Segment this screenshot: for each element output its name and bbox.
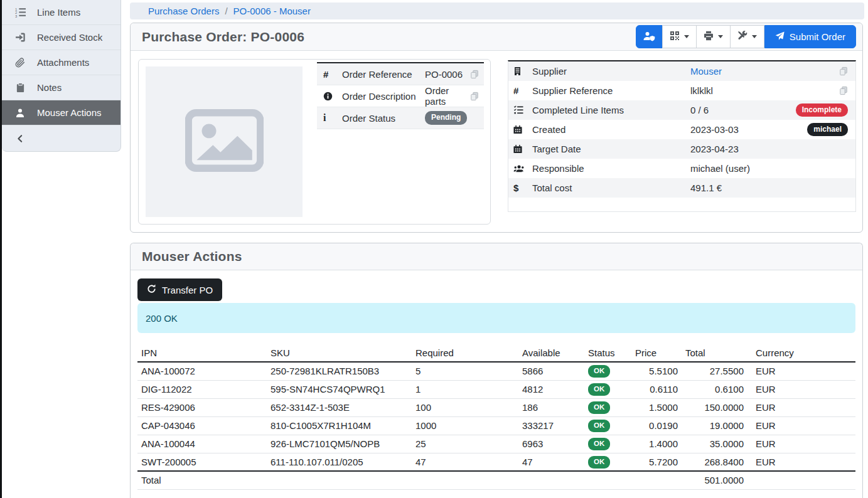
sidebar-item-line-items[interactable]: 123 Line Items <box>2 0 121 25</box>
dollar-icon: $ <box>513 183 532 193</box>
submit-order-button[interactable]: Submit Order <box>764 25 856 48</box>
table-row: ANA-100072 250-72981KLRATR150B3 5 5866 O… <box>137 362 855 380</box>
rotate-icon <box>147 284 156 295</box>
supplier-link[interactable]: Mouser <box>690 66 722 77</box>
line-items-table: IPN SKU Required Available Status Price … <box>137 344 855 490</box>
detail-label: Created <box>532 124 690 135</box>
breadcrumb-link-current-order[interactable]: PO-0006 - Mouser <box>233 6 311 16</box>
cell-currency: EUR <box>747 398 855 416</box>
total-value: 501.0000 <box>682 471 747 489</box>
cell-total: 150.0000 <box>682 398 747 416</box>
mouser-actions-panel: Mouser Actions Transfer PO 200 OK IP <box>130 243 863 498</box>
sidebar: 123 Line Items Received Stock Attachment… <box>2 0 121 152</box>
building-icon <box>513 66 532 76</box>
detail-label: Total cost <box>532 183 690 193</box>
tools-icon <box>737 31 747 43</box>
cell-ipn: DIG-112022 <box>137 380 267 398</box>
sidebar-item-label: Line Items <box>37 7 80 18</box>
cell-sku: 595-SN74HCS74QPWRQ1 <box>267 380 412 398</box>
user-permissions-button[interactable] <box>636 25 663 48</box>
cell-sku: 926-LMC7101QM5/NOPB <box>267 435 412 453</box>
detail-label: Target Date <box>532 144 690 154</box>
mouser-actions-panel-body: Transfer PO 200 OK IPN SKU Required Avai… <box>131 270 862 490</box>
detail-value: 491.1 € <box>690 183 848 193</box>
ok-badge: OK <box>588 365 610 378</box>
svg-text:3: 3 <box>15 14 18 18</box>
table-row: Completed Line Items 0 / 6 Incomplete <box>508 100 855 120</box>
barcode-actions-button[interactable] <box>662 25 697 48</box>
table-row: Responsible michael (user) <box>508 159 855 178</box>
detail-label: Completed Line Items <box>532 105 690 115</box>
ok-badge: OK <box>588 401 610 414</box>
list-check-icon <box>513 105 532 115</box>
copy-icon[interactable] <box>839 86 848 95</box>
table-total-row: Total 501.0000 <box>137 471 855 489</box>
cell-status: OK <box>584 416 631 435</box>
table-row: SWT-200005 611-110.107.011/0205 47 47 OK… <box>137 453 855 471</box>
cell-currency: EUR <box>747 380 855 398</box>
col-header-status: Status <box>584 344 631 362</box>
sidebar-item-received-stock[interactable]: Received Stock <box>2 25 121 50</box>
cell-currency: EUR <box>747 435 855 453</box>
purchase-order-panel-header: Purchase Order: PO-0006 <box>131 23 862 51</box>
cell-required: 47 <box>412 453 518 471</box>
status-alert: 200 OK <box>137 303 855 333</box>
copy-icon[interactable] <box>839 66 848 76</box>
page-title: Purchase Order: PO-0006 <box>142 29 304 45</box>
chevron-left-icon <box>14 134 26 143</box>
print-actions-button[interactable] <box>696 25 731 48</box>
cell-sku: 611-110.107.011/0205 <box>267 453 412 471</box>
transfer-po-button[interactable]: Transfer PO <box>137 278 222 301</box>
cell-available: 5866 <box>518 362 584 380</box>
table-row: Created 2023-03-03 michael <box>508 120 855 139</box>
cell-ipn: RES-429006 <box>137 398 267 416</box>
table-row: $ Total cost 491.1 € <box>508 178 855 198</box>
image-placeholder-icon <box>185 109 264 174</box>
list-ol-icon: 123 <box>14 7 26 18</box>
ok-badge: OK <box>588 456 610 469</box>
paperclip-icon <box>14 58 26 68</box>
total-label: Total <box>137 471 267 489</box>
sidebar-item-attachments[interactable]: Attachments <box>2 50 121 75</box>
detail-label: Responsible <box>532 163 690 174</box>
sidebar-item-mouser-actions[interactable]: Mouser Actions <box>2 100 121 125</box>
cell-currency: EUR <box>747 362 855 380</box>
table-row: DIG-112022 595-SN74HCS74QPWRQ1 1 4812 OK… <box>137 380 855 398</box>
copy-icon[interactable] <box>470 70 479 79</box>
cell-price: 5.7200 <box>631 453 682 471</box>
cell-total: 35.0000 <box>682 435 747 453</box>
sidebar-collapse-button[interactable] <box>2 125 121 151</box>
chevron-down-icon <box>684 35 689 38</box>
detail-value: PO-0006 <box>425 69 470 80</box>
transfer-po-label: Transfer PO <box>162 285 213 295</box>
breadcrumb-link-purchase-orders[interactable]: Purchase Orders <box>148 6 219 16</box>
cell-sku: 652-3314Z-1-503E <box>267 398 412 416</box>
cell-required: 5 <box>412 362 518 380</box>
table-row: ANA-100044 926-LMC7101QM5/NOPB 25 6963 O… <box>137 435 855 453</box>
hash-icon: # <box>513 86 532 95</box>
copy-icon[interactable] <box>470 92 479 101</box>
cell-status: OK <box>584 435 631 453</box>
qrcode-icon <box>670 31 680 43</box>
table-row: CAP-043046 810-C1005X7R1H104M 1000 33321… <box>137 416 855 435</box>
order-tools-button[interactable] <box>730 25 764 48</box>
table-row: # Supplier Reference lklklkl <box>508 81 855 100</box>
cell-required: 100 <box>412 398 518 416</box>
order-image-placeholder[interactable] <box>146 66 303 217</box>
col-header-sku: SKU <box>267 344 412 362</box>
cell-currency: EUR <box>747 416 855 435</box>
status-badge: Pending <box>425 111 467 124</box>
detail-label: Order Reference <box>342 69 425 80</box>
incomplete-badge: Incomplete <box>796 103 848 117</box>
order-status-cell: Pending <box>425 111 479 124</box>
ok-badge: OK <box>588 383 610 396</box>
cell-available: 333217 <box>518 416 584 435</box>
col-header-total: Total <box>682 344 747 362</box>
sidebar-item-notes[interactable]: Notes <box>2 75 121 100</box>
purchase-order-panel: Purchase Order: PO-0006 <box>130 23 863 233</box>
sidebar-item-label: Received Stock <box>37 32 102 43</box>
supplier-details-table: Supplier Mouser # Supplier Reference lkl… <box>508 60 856 212</box>
paper-plane-icon <box>775 31 785 43</box>
calendar-icon <box>513 144 532 154</box>
chevron-down-icon <box>752 35 757 38</box>
